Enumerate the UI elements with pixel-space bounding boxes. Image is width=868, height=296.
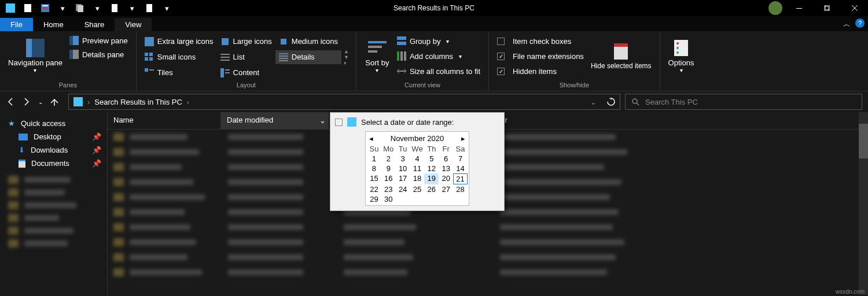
minimize-button[interactable] (786, 0, 812, 16)
layout-xl-button[interactable]: Extra large icons (141, 35, 217, 49)
cal-day[interactable]: 29 (367, 194, 381, 204)
sidebar-documents[interactable]: Documents 📌 (0, 157, 107, 170)
cal-day[interactable]: 17 (396, 173, 410, 184)
size-columns-button[interactable]: Size all columns to fit (393, 64, 484, 78)
layout-scroll-down[interactable]: ▼ (344, 54, 349, 60)
col-date-filter-dropdown[interactable]: ⌄ (317, 112, 329, 129)
col-folder[interactable]: Folder (480, 112, 868, 129)
qat-doc2[interactable] (141, 1, 157, 15)
cal-day[interactable]: 14 (453, 164, 468, 173)
cal-day[interactable]: 23 (381, 184, 396, 194)
collapse-ribbon-icon[interactable]: ︿ (843, 19, 851, 29)
cal-day[interactable] (424, 194, 439, 204)
history-dropdown[interactable]: ⌄ (38, 99, 43, 105)
cal-day[interactable]: 27 (439, 184, 453, 194)
layout-content-button[interactable]: Content (217, 66, 275, 80)
cal-day[interactable]: 22 (367, 184, 381, 194)
layout-tiles-button[interactable]: Tiles (141, 66, 217, 80)
breadcrumb-path[interactable]: Search Results in This PC (94, 98, 182, 106)
cal-day[interactable]: 3 (396, 154, 410, 164)
details-pane-button[interactable]: Details pane (66, 47, 131, 61)
cal-day[interactable]: 9 (381, 164, 396, 173)
cal-day[interactable] (396, 194, 410, 204)
hide-selected-button[interactable]: Hide selected items (587, 34, 655, 79)
user-avatar-icon[interactable] (768, 1, 782, 15)
calendar-grid[interactable]: SuMoTuWeThFrSa12345678910111213141516171… (367, 144, 468, 204)
cal-day[interactable]: 10 (396, 164, 410, 173)
address-dropdown-icon[interactable]: ⌄ (590, 98, 597, 106)
tab-file[interactable]: File (0, 18, 33, 31)
cal-day[interactable]: 20 (439, 173, 453, 184)
cal-day[interactable]: 5 (424, 154, 439, 164)
scroll-thumb[interactable] (859, 124, 868, 158)
tab-view[interactable]: View (115, 18, 152, 31)
cal-day[interactable]: 21 (453, 173, 468, 184)
cal-day[interactable] (453, 194, 468, 204)
cal-day[interactable]: 2 (381, 154, 396, 164)
tab-home[interactable]: Home (33, 18, 74, 31)
back-button[interactable] (6, 97, 15, 106)
layout-expand[interactable]: ▾ (344, 60, 349, 66)
cal-day[interactable]: 4 (410, 154, 425, 164)
qat-down4[interactable]: ▾ (159, 1, 175, 15)
close-button[interactable] (841, 0, 868, 16)
qat-new[interactable] (20, 1, 36, 15)
qat-copy[interactable] (72, 1, 88, 15)
layout-sm-button[interactable]: Small icons (141, 50, 217, 64)
refresh-button[interactable] (601, 98, 615, 106)
scrollbar[interactable] (859, 112, 868, 295)
cal-day[interactable]: 6 (439, 154, 453, 164)
qat-props[interactable] (37, 1, 53, 15)
qat-down3[interactable]: ▾ (124, 1, 140, 15)
sidebar-quick-access[interactable]: ★ Quick access (0, 117, 107, 130)
layout-lg-button[interactable]: Large icons (217, 35, 275, 49)
cal-next-button[interactable]: ▸ (461, 134, 465, 143)
cal-prev-button[interactable]: ◂ (369, 134, 373, 143)
cal-day[interactable]: 11 (410, 164, 425, 173)
cal-day[interactable]: 15 (367, 173, 381, 184)
address-field[interactable]: › Search Results in This PC › ⌄ (68, 94, 620, 110)
cal-day[interactable] (410, 194, 425, 204)
sidebar-desktop[interactable]: Desktop 📌 (0, 130, 107, 143)
qat-down[interactable]: ▾ (54, 1, 71, 15)
cal-day[interactable]: 28 (453, 184, 468, 194)
item-check-toggle[interactable]: Item check boxes (494, 34, 587, 48)
cal-day[interactable]: 25 (410, 184, 425, 194)
app-icon[interactable] (2, 1, 19, 15)
layout-scroll-up[interactable]: ▲ (344, 49, 349, 54)
cal-day[interactable]: 16 (381, 173, 396, 184)
cal-day[interactable]: 30 (381, 194, 396, 204)
hidden-items-toggle[interactable]: Hidden items (494, 64, 587, 78)
maximize-button[interactable] (814, 0, 840, 16)
cal-day[interactable]: 1 (367, 154, 381, 164)
tab-share[interactable]: Share (74, 18, 115, 31)
search-input[interactable]: Search This PC (625, 94, 862, 110)
cal-day[interactable]: 13 (439, 164, 453, 173)
help-icon[interactable]: ? (855, 18, 865, 28)
date-filter-checkbox[interactable] (335, 119, 343, 126)
layout-md-button[interactable]: Medium icons (275, 35, 341, 49)
sidebar-downloads[interactable]: ⬇ Downloads 📌 (0, 143, 107, 157)
up-button[interactable] (50, 97, 59, 106)
layout-list-button[interactable]: List (217, 50, 275, 64)
add-columns-button[interactable]: Add columns▾ (393, 49, 484, 63)
cal-day[interactable]: 26 (424, 184, 439, 194)
qat-down2[interactable]: ▾ (89, 1, 105, 15)
forward-button[interactable] (22, 97, 31, 106)
cal-day[interactable]: 7 (453, 154, 468, 164)
cal-day[interactable]: 24 (396, 184, 410, 194)
nav-pane-button[interactable]: Navigation pane▾ (5, 34, 66, 79)
sort-by-button[interactable]: Sort by▾ (361, 34, 393, 79)
cal-day[interactable]: 12 (424, 164, 439, 173)
qat-doc[interactable] (106, 1, 123, 15)
layout-details-button[interactable]: Details (275, 50, 341, 64)
file-ext-toggle[interactable]: File name extensions (494, 49, 587, 63)
options-button[interactable]: Options▾ (665, 34, 698, 79)
cal-day[interactable]: 19 (424, 173, 439, 184)
col-name[interactable]: Name (108, 112, 221, 129)
col-date-modified[interactable]: Date modified (221, 112, 317, 129)
cal-month-label[interactable]: November 2020 (391, 134, 444, 143)
group-by-button[interactable]: Group by▾ (393, 34, 484, 48)
cal-day[interactable]: 18 (410, 173, 425, 184)
cal-day[interactable]: 8 (367, 164, 381, 173)
